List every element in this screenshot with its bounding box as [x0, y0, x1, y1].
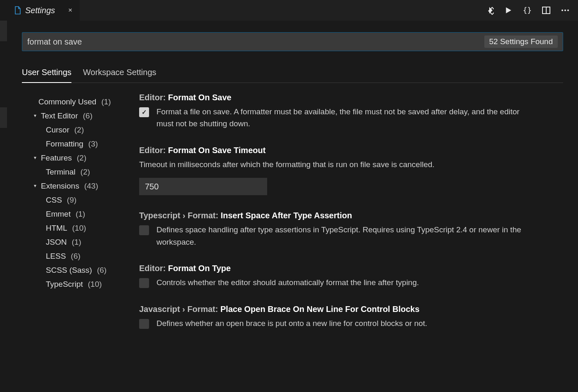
tree-node[interactable]: Emmet(1) [22, 207, 137, 221]
setting-title: Editor: Format On Type [139, 264, 544, 273]
tree-node-label: Features [41, 154, 72, 162]
tree-node[interactable]: Terminal(2) [22, 165, 137, 179]
settings-search[interactable]: 52 Settings Found [22, 32, 563, 51]
setting-item: Javascript › Format: Place Open Brace On… [139, 305, 544, 329]
tree-node-label: Text Editor [41, 112, 78, 120]
tree-node-label: HTML [46, 224, 67, 232]
diff-icon[interactable] [485, 6, 494, 15]
setting-title: Editor: Format On Save [139, 93, 537, 102]
editor-toolbar: {} [485, 0, 578, 21]
tree-node-count: (43) [84, 182, 98, 190]
split-editor-icon[interactable] [542, 6, 551, 15]
setting-item: Typescript › Format: Insert Space After … [139, 211, 544, 248]
tree-node-count: (1) [76, 210, 85, 218]
chevron-down-icon: ▾ [33, 155, 38, 160]
svg-point-5 [564, 9, 566, 11]
tree-node[interactable]: CSS(9) [22, 193, 137, 207]
svg-point-6 [567, 9, 569, 11]
setting-checkbox[interactable] [139, 278, 149, 288]
close-icon[interactable]: × [68, 6, 72, 14]
tree-node-label: Terminal [46, 168, 76, 176]
tree-node-count: (1) [72, 238, 81, 246]
tab-title: Settings [25, 6, 55, 15]
tree-node-count: (6) [97, 266, 107, 274]
setting-name: Format On Save Timeout [168, 146, 265, 155]
more-icon[interactable] [561, 6, 570, 15]
settings-search-input[interactable] [27, 37, 484, 47]
setting-item: Editor: Format On TypeControls whether t… [139, 264, 544, 288]
tree-node-count: (2) [81, 168, 90, 176]
setting-scope: Javascript › Format: [139, 305, 220, 314]
settings-categories-tree: Commonly Used(1)▾Text Editor(6)Cursor(2)… [22, 90, 137, 392]
results-count-badge: 52 Settings Found [484, 35, 558, 48]
setting-scope: Editor: [139, 146, 168, 155]
setting-title: Editor: Format On Save Timeout [139, 146, 544, 155]
tree-node-label: Extensions [41, 182, 79, 190]
setting-scope: Editor: [139, 264, 168, 273]
setting-name: Insert Space After Type Assertion [220, 211, 352, 220]
tree-node-label: Cursor [46, 126, 69, 134]
tree-node[interactable]: Commonly Used(1) [22, 94, 137, 109]
tree-node-label: Commonly Used [38, 98, 96, 106]
tree-node[interactable]: JSON(1) [22, 235, 137, 249]
tree-node-count: (10) [72, 224, 86, 232]
tab-settings[interactable]: Settings × [7, 0, 80, 21]
setting-description: Defines space handling after type assert… [156, 224, 544, 248]
setting-title: Javascript › Format: Place Open Brace On… [139, 305, 544, 314]
tree-node[interactable]: LESS(6) [22, 249, 137, 263]
tree-node-label: CSS [46, 196, 62, 204]
setting-item: Editor: Format On Save TimeoutTimeout in… [139, 146, 544, 195]
tree-node-count: (3) [88, 140, 98, 148]
setting-description: Format a file on save. A formatter must … [156, 106, 537, 130]
setting-name: Format On Save [168, 93, 231, 102]
tree-node[interactable]: TypeScript(10) [22, 277, 137, 291]
file-icon [14, 6, 21, 14]
scope-tabs: User Settings Workspace Settings [22, 63, 563, 83]
setting-checkbox[interactable] [139, 319, 149, 329]
tab-user-settings[interactable]: User Settings [22, 63, 71, 83]
chevron-down-icon: ▾ [33, 113, 38, 118]
tree-node[interactable]: HTML(10) [22, 221, 137, 235]
setting-checkbox[interactable]: ✓ [139, 107, 149, 117]
tree-node[interactable]: ▾Features(2) [22, 151, 137, 165]
setting-description: Controls whether the editor should autom… [156, 276, 419, 288]
tree-node-count: (6) [83, 112, 92, 120]
chevron-down-icon: ▾ [33, 183, 38, 188]
tree-node[interactable]: Cursor(2) [22, 123, 137, 137]
play-icon[interactable] [504, 6, 513, 15]
setting-item: Editor: Format On Save✓Format a file on … [137, 93, 537, 130]
tab-workspace-settings[interactable]: Workspace Settings [83, 63, 156, 83]
tree-node-label: Emmet [46, 210, 71, 218]
setting-name: Format On Type [168, 264, 231, 273]
tree-node-count: (10) [88, 280, 102, 288]
tree-node-label: SCSS (Sass) [46, 266, 92, 274]
tree-node-count: (6) [71, 252, 81, 260]
svg-text:{}: {} [523, 6, 532, 14]
tree-node-count: (9) [67, 196, 76, 204]
setting-checkbox[interactable] [139, 225, 149, 235]
tree-node[interactable]: ▾Text Editor(6) [22, 109, 137, 123]
tree-node-label: TypeScript [46, 280, 83, 288]
setting-description: Timeout in milliseconds after which the … [139, 158, 544, 170]
editor-tabbar: Settings × {} [7, 0, 578, 21]
setting-description: Defines whether an open brace is put ont… [156, 317, 427, 329]
tree-node[interactable]: ▾Extensions(43) [22, 179, 137, 193]
setting-title: Typescript › Format: Insert Space After … [139, 211, 544, 220]
setting-scope: Typescript › Format: [139, 211, 220, 220]
activity-bar [0, 0, 7, 392]
tree-node-label: LESS [46, 252, 66, 260]
tree-node[interactable]: Formatting(3) [22, 137, 137, 151]
tree-node[interactable]: SCSS (Sass)(6) [22, 263, 137, 277]
settings-list: Editor: Format On Save✓Format a file on … [137, 90, 563, 392]
svg-point-4 [561, 9, 563, 11]
tree-node-label: JSON [46, 238, 67, 246]
setting-name: Place Open Brace On New Line For Control… [220, 305, 419, 314]
setting-scope: Editor: [139, 93, 168, 102]
tree-node-count: (1) [101, 98, 111, 106]
tree-node-count: (2) [74, 126, 84, 134]
setting-number-input[interactable] [139, 178, 267, 195]
braces-icon[interactable]: {} [523, 6, 532, 15]
tree-node-count: (2) [77, 154, 86, 162]
tree-node-label: Formatting [46, 140, 83, 148]
